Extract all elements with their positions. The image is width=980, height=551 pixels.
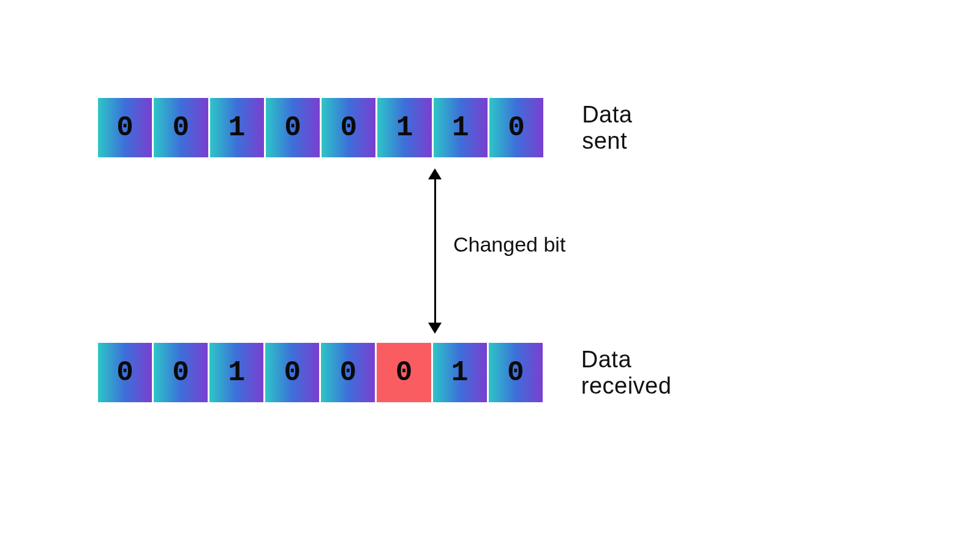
received-bit-7: 0 xyxy=(489,343,543,402)
received-bit-4: 0 xyxy=(321,343,375,402)
received-bit-0: 0 xyxy=(98,343,152,402)
data-sent-row: 0 0 1 0 0 1 1 0 Data sent xyxy=(98,98,675,157)
received-bit-2: 1 xyxy=(209,343,263,402)
sent-bit-5: 1 xyxy=(377,98,431,157)
sent-bit-1: 0 xyxy=(154,98,208,157)
sent-bit-6: 1 xyxy=(434,98,488,157)
received-bit-5-changed: 0 xyxy=(377,343,431,402)
arrow-down-icon xyxy=(428,323,442,334)
sent-bit-4: 0 xyxy=(322,98,375,157)
sent-bit-3: 0 xyxy=(266,98,320,157)
arrow-line xyxy=(434,173,436,329)
sent-bit-7: 0 xyxy=(489,98,543,157)
sent-bit-0: 0 xyxy=(98,98,152,157)
data-received-label: Data received xyxy=(581,347,715,399)
data-received-row: 0 0 1 0 0 0 1 0 Data received xyxy=(98,343,715,402)
sent-bit-2: 1 xyxy=(210,98,264,157)
received-bit-6: 1 xyxy=(433,343,487,402)
double-arrow-icon xyxy=(431,168,440,334)
data-sent-label: Data sent xyxy=(582,102,675,154)
changed-bit-label: Changed bit xyxy=(453,233,565,257)
received-bit-1: 0 xyxy=(154,343,208,402)
received-bit-3: 0 xyxy=(265,343,319,402)
